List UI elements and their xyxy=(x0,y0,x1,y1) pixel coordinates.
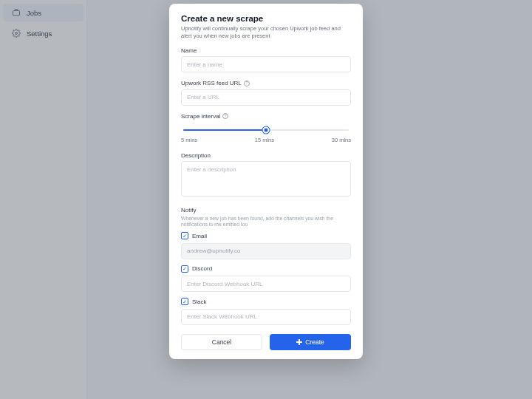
plus-icon xyxy=(296,339,302,345)
description-textarea[interactable] xyxy=(181,161,351,197)
interval-slider[interactable] xyxy=(183,129,349,131)
email-checkbox[interactable]: ✓ xyxy=(181,232,188,239)
email-label: Email xyxy=(192,233,207,239)
cancel-button[interactable]: Cancel xyxy=(181,334,262,350)
interval-label: Scrape interval ? xyxy=(181,113,351,120)
create-scrape-modal: Create a new scrape Upnotify will contin… xyxy=(169,4,363,359)
slack-checkbox[interactable]: ✓ xyxy=(181,298,188,305)
slider-fill xyxy=(183,129,266,131)
slider-thumb[interactable] xyxy=(263,126,270,133)
help-icon[interactable]: ? xyxy=(222,113,228,119)
description-label: Description xyxy=(181,152,351,159)
slack-input[interactable] xyxy=(181,309,351,325)
modal-title: Create a new scrape xyxy=(181,14,351,23)
help-icon[interactable]: ? xyxy=(244,81,250,86)
slider-min-label: 5 mins xyxy=(181,137,197,143)
slider-max-label: 30 mins xyxy=(332,137,351,143)
slack-label: Slack xyxy=(192,299,207,305)
discord-label: Discord xyxy=(192,265,212,272)
name-input[interactable] xyxy=(181,56,351,72)
url-label: Upwork RSS feed URL ? xyxy=(181,80,351,86)
modal-subtitle: Upnotify will continually scrape your ch… xyxy=(181,25,351,40)
create-button[interactable]: Create xyxy=(270,334,351,350)
slider-mid-label: 15 mins xyxy=(255,137,274,143)
url-input[interactable] xyxy=(181,89,351,106)
discord-input[interactable] xyxy=(181,276,351,292)
name-label: Name xyxy=(181,47,351,54)
notify-help-text: Whenever a new job has been found, add t… xyxy=(181,216,351,228)
notify-label: Notify xyxy=(181,207,351,214)
discord-checkbox[interactable]: ✓ xyxy=(181,265,188,273)
email-input xyxy=(181,243,351,259)
